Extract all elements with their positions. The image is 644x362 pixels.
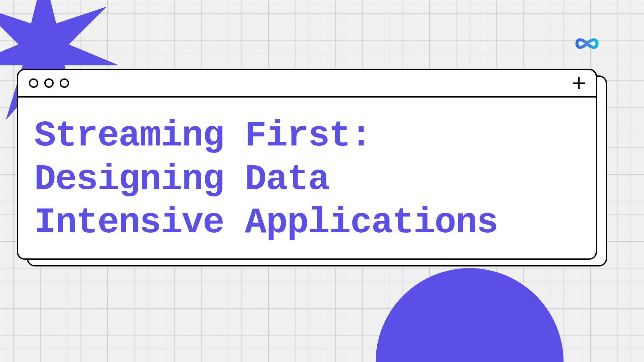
window-frame: Streaming First: Designing Data Intensiv…	[17, 69, 597, 260]
window-dot-icon	[44, 78, 54, 88]
window-dot-icon	[60, 78, 69, 88]
slide-title: Streaming First: Designing Data Intensiv…	[34, 114, 580, 245]
window-content: Streaming First: Designing Data Intensiv…	[18, 98, 596, 260]
brand-logo	[567, 34, 607, 54]
window-titlebar	[18, 70, 596, 98]
window-dot-icon	[29, 78, 38, 88]
plus-icon	[573, 77, 585, 89]
window-controls	[29, 78, 69, 88]
